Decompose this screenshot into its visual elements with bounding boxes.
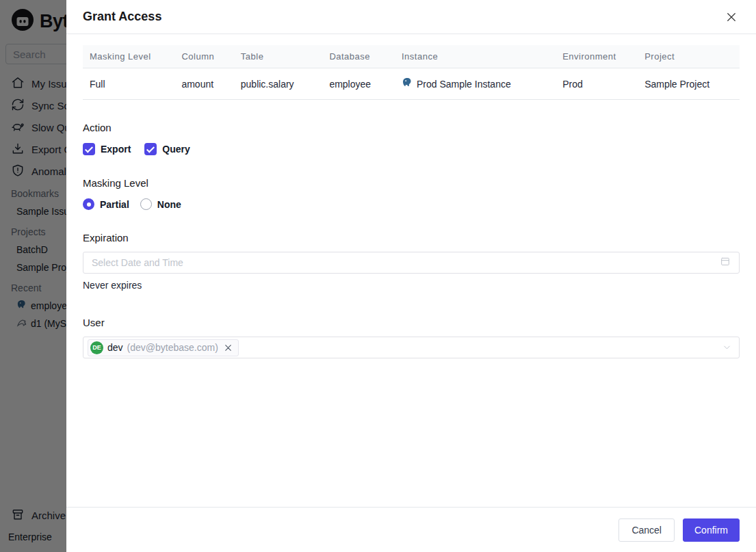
export-checkbox-group[interactable]: Export bbox=[83, 143, 131, 155]
masking-section-label: Masking Level bbox=[83, 177, 740, 189]
partial-radio-group[interactable]: Partial bbox=[83, 198, 129, 210]
table-row: Full amount public.salary employee Prod … bbox=[83, 68, 740, 100]
confirm-button[interactable]: Confirm bbox=[683, 518, 740, 542]
chevron-down-icon[interactable] bbox=[722, 343, 732, 353]
action-options: Export Query bbox=[83, 143, 740, 155]
modal-body: Masking Level Column Table Database Inst… bbox=[66, 34, 756, 507]
table-header-row: Masking Level Column Table Database Inst… bbox=[83, 45, 740, 68]
cell-database: employee bbox=[322, 68, 395, 100]
close-icon[interactable] bbox=[723, 9, 740, 25]
col-header-project: Project bbox=[638, 45, 740, 68]
grant-access-modal: Grant Access Masking Level Column Table … bbox=[66, 0, 756, 552]
user-select[interactable]: DE dev (dev@bytebase.com) bbox=[83, 337, 740, 358]
action-section-label: Action bbox=[83, 122, 740, 133]
expiration-section-label: Expiration bbox=[83, 232, 740, 244]
expiration-input[interactable] bbox=[92, 257, 720, 268]
avatar: DE bbox=[90, 341, 103, 354]
cell-column: amount bbox=[174, 68, 233, 100]
remove-user-icon[interactable] bbox=[224, 343, 233, 352]
none-radio[interactable] bbox=[140, 198, 152, 210]
none-radio-group[interactable]: None bbox=[140, 198, 181, 210]
query-checkbox-group[interactable]: Query bbox=[144, 143, 190, 155]
query-checkbox-label: Query bbox=[162, 144, 190, 155]
cell-instance: Prod Sample Instance bbox=[395, 68, 556, 100]
col-header-column: Column bbox=[174, 45, 233, 68]
col-header-instance: Instance bbox=[395, 45, 556, 68]
export-checkbox-label: Export bbox=[101, 144, 131, 155]
user-name: dev bbox=[107, 342, 123, 353]
col-header-table: Table bbox=[234, 45, 323, 68]
cell-masking-level: Full bbox=[83, 68, 174, 100]
query-checkbox[interactable] bbox=[144, 143, 157, 155]
user-tag: DE dev (dev@bytebase.com) bbox=[88, 339, 239, 356]
cell-environment: Prod bbox=[556, 68, 638, 100]
grant-table: Masking Level Column Table Database Inst… bbox=[83, 45, 740, 100]
modal-header: Grant Access bbox=[66, 0, 756, 34]
instance-name: Prod Sample Instance bbox=[417, 79, 511, 90]
user-section-label: User bbox=[83, 317, 740, 328]
col-header-database: Database bbox=[322, 45, 395, 68]
cell-project: Sample Project bbox=[638, 68, 740, 100]
none-radio-label: None bbox=[157, 199, 181, 210]
modal-footer: Cancel Confirm bbox=[66, 507, 756, 552]
partial-radio[interactable] bbox=[83, 198, 94, 210]
cell-table: public.salary bbox=[234, 68, 323, 100]
col-header-masking-level: Masking Level bbox=[83, 45, 174, 68]
expiration-datetime-picker[interactable] bbox=[83, 252, 740, 274]
expiration-note: Never expires bbox=[83, 280, 740, 291]
partial-radio-label: Partial bbox=[100, 199, 129, 210]
cancel-button[interactable]: Cancel bbox=[618, 518, 675, 542]
export-checkbox[interactable] bbox=[83, 143, 95, 155]
user-email: (dev@bytebase.com) bbox=[127, 342, 218, 353]
modal-title: Grant Access bbox=[83, 10, 161, 24]
postgres-icon bbox=[402, 77, 413, 90]
masking-options: Partial None bbox=[83, 198, 740, 210]
col-header-environment: Environment bbox=[556, 45, 638, 68]
calendar-icon bbox=[720, 256, 731, 270]
